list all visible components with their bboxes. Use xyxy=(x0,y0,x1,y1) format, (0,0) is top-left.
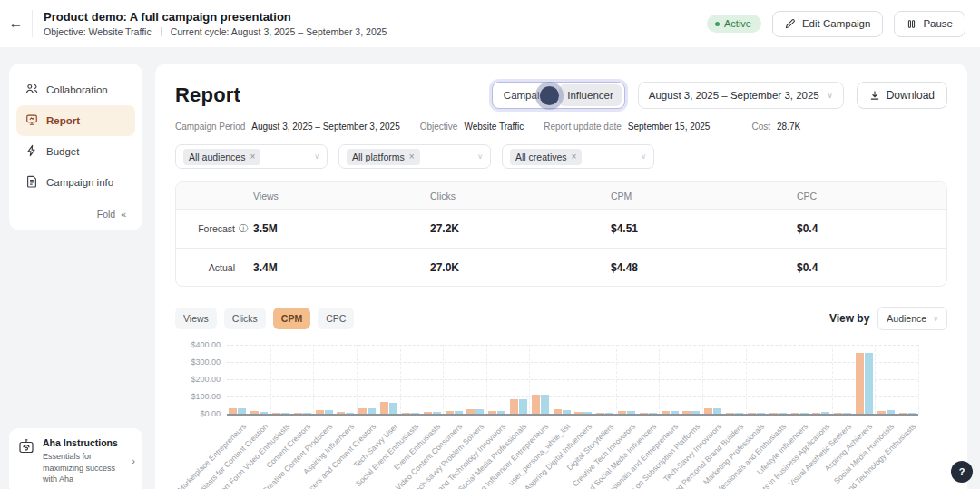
edit-campaign-button[interactable]: Edit Campaign xyxy=(772,11,883,37)
filter-chip-label: All audiences xyxy=(189,152,245,162)
filter-chip: All audiences × xyxy=(183,149,260,165)
filter-chip-label: All platforms xyxy=(352,152,405,162)
y-axis-label: $200.00 xyxy=(175,375,220,384)
cost-value: 28.7K xyxy=(777,122,800,132)
sidebar: Collaboration Report Budget Campaign inf… xyxy=(9,64,142,230)
actual-cpc: $0.4 xyxy=(797,261,946,274)
forecast-clicks: 27.2K xyxy=(430,222,611,235)
x-gridline xyxy=(616,345,617,414)
row-label: Forecast xyxy=(198,223,235,234)
objective-value: Website Traffic xyxy=(464,122,524,132)
forecast-cpm: $4.51 xyxy=(611,222,797,235)
people-icon xyxy=(25,83,38,97)
bar-actual xyxy=(865,353,873,414)
y-axis-label: $0.00 xyxy=(175,409,220,418)
forecast-views: 3.5M xyxy=(253,222,430,235)
cost-label: Cost xyxy=(751,122,770,132)
row-label: Actual xyxy=(209,262,235,273)
chevron-down-icon: ∨ xyxy=(314,152,319,161)
x-gridline xyxy=(529,345,530,414)
report-update-value: September 15, 2025 xyxy=(628,122,710,132)
back-arrow-icon: ← xyxy=(9,15,24,31)
pause-button[interactable]: Pause xyxy=(894,11,965,37)
campaign-period-label: Campaign Period xyxy=(175,122,245,132)
filter-row: All audiences × ∨ All platforms × ∨ All … xyxy=(175,144,947,169)
view-by-select[interactable]: Audience ∨ xyxy=(877,307,947,330)
remove-chip-icon[interactable]: × xyxy=(409,152,415,161)
status-badge: Active xyxy=(707,15,761,33)
x-gridline xyxy=(832,345,833,414)
campaign-title-block: Product demo: A full campaign presentati… xyxy=(44,10,387,37)
status-dot-icon xyxy=(715,22,720,26)
fold-label: Fold xyxy=(97,209,115,220)
creative-filter-select[interactable]: All creatives × ∨ xyxy=(502,144,654,169)
toggle-campaign[interactable]: Campaign xyxy=(495,84,559,106)
x-gridline xyxy=(313,345,314,414)
view-by-label: View by xyxy=(829,312,869,325)
help-button[interactable]: ? xyxy=(951,461,973,483)
fold-sidebar-button[interactable]: Fold « xyxy=(16,198,135,223)
aha-card-subtitle: Essentials for maximizing success with A… xyxy=(43,451,124,485)
sidebar-item-label: Campaign info xyxy=(46,177,113,188)
info-icon[interactable]: ⓘ xyxy=(239,222,248,235)
bar-actual xyxy=(519,399,527,414)
column-header-views: Views xyxy=(253,191,430,201)
chevron-down-icon: ∨ xyxy=(477,152,483,161)
instructions-box-icon xyxy=(17,437,35,459)
table-header-row: Views Clicks CPM CPC xyxy=(176,182,946,210)
metric-tabs: Views Clicks CPM CPC View by Audience ∨ xyxy=(175,307,947,330)
filter-chip: All creatives × xyxy=(510,149,582,165)
date-range-value: August 3, 2025 – September 3, 2025 xyxy=(649,90,819,101)
sidebar-item-budget[interactable]: Budget xyxy=(16,136,135,167)
remove-chip-icon[interactable]: × xyxy=(250,152,255,161)
bar-forecast xyxy=(532,395,540,414)
pencil-icon xyxy=(785,18,796,29)
view-by-value: Audience xyxy=(887,313,926,324)
tab-cpc[interactable]: CPC xyxy=(318,308,354,329)
chevron-right-icon: › xyxy=(132,455,135,466)
audience-filter-select[interactable]: All audiences × ∨ xyxy=(175,144,328,169)
download-label: Download xyxy=(887,89,935,102)
divider xyxy=(32,10,33,37)
y-axis-label: $100.00 xyxy=(175,392,220,401)
report-meta: Campaign Period August 3, 2025 – Septemb… xyxy=(175,122,947,132)
tab-cpm[interactable]: CPM xyxy=(273,308,310,329)
x-gridline xyxy=(746,345,747,414)
back-button[interactable]: ← xyxy=(0,15,32,32)
report-panel: Report Campaign Influencer August 3, 202… xyxy=(155,64,967,489)
x-gridline xyxy=(486,345,487,414)
x-gridline xyxy=(875,345,876,414)
tab-views[interactable]: Views xyxy=(175,308,217,329)
platform-filter-select[interactable]: All platforms × ∨ xyxy=(338,144,491,169)
report-update-label: Report update date xyxy=(544,122,622,132)
x-gridline xyxy=(702,345,703,414)
sidebar-item-report[interactable]: Report xyxy=(16,105,135,136)
bar-forecast xyxy=(380,402,388,414)
actual-cpm: $4.48 xyxy=(611,261,797,274)
y-axis-label: $300.00 xyxy=(175,357,220,367)
x-gridline xyxy=(573,345,573,414)
bar-actual xyxy=(389,403,397,414)
aha-instructions-card[interactable]: Aha Instructions Essentials for maximizi… xyxy=(9,428,142,489)
download-button[interactable]: Download xyxy=(857,82,947,109)
toggle-influencer[interactable]: Influencer xyxy=(559,84,622,106)
column-header-cpc: CPC xyxy=(797,191,946,201)
sidebar-item-collaboration[interactable]: Collaboration xyxy=(16,74,135,105)
pause-label: Pause xyxy=(923,18,953,29)
sidebar-item-campaign-info[interactable]: Campaign info xyxy=(16,167,135,198)
campaign-title: Product demo: A full campaign presentati… xyxy=(44,10,387,24)
question-mark-icon: ? xyxy=(959,466,965,477)
sidebar-item-label: Collaboration xyxy=(46,84,108,95)
date-range-select[interactable]: August 3, 2025 – September 3, 2025 ∨ xyxy=(638,82,844,109)
chevron-down-icon: ∨ xyxy=(828,92,833,100)
bar-forecast xyxy=(510,399,518,414)
column-header-cpm: CPM xyxy=(611,191,797,201)
remove-chip-icon[interactable]: × xyxy=(572,152,577,161)
fold-icon: « xyxy=(121,209,126,220)
sidebar-item-label: Budget xyxy=(46,146,79,157)
x-gridline xyxy=(659,345,660,414)
actual-views: 3.4M xyxy=(253,261,430,274)
tab-clicks[interactable]: Clicks xyxy=(224,308,266,329)
metrics-table: Views Clicks CPM CPC Forecast ⓘ 3.5M 27.… xyxy=(175,181,947,287)
top-bar: ← Product demo: A full campaign presenta… xyxy=(0,0,980,47)
